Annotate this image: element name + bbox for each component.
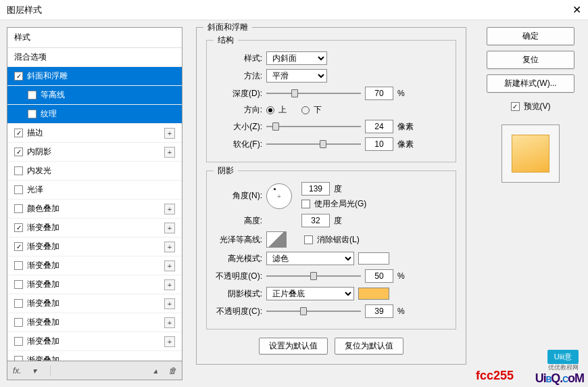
style-checkbox[interactable]: [14, 261, 23, 270]
uibq-watermark: UiBQ.CoM: [535, 371, 584, 386]
style-item-label: 内阴影: [27, 146, 51, 158]
style-checkbox[interactable]: [14, 185, 23, 194]
global-light-checkbox[interactable]: [301, 200, 310, 208]
right-column: 确定 复位 新建样式(W)... 预览(V): [480, 27, 581, 380]
shadow-opacity-slider[interactable]: [266, 305, 361, 317]
highlight-color-swatch[interactable]: [358, 252, 389, 265]
altitude-input[interactable]: [301, 214, 330, 227]
plus-icon[interactable]: +: [164, 147, 175, 158]
size-slider[interactable]: [266, 120, 361, 133]
up-label: 上: [278, 104, 287, 116]
style-item-inner-glow[interactable]: 内发光: [7, 162, 182, 181]
style-select[interactable]: 内斜面: [266, 51, 327, 65]
style-item-texture[interactable]: 纹理: [7, 105, 182, 124]
style-checkbox[interactable]: [14, 356, 23, 361]
px-label: 像素: [397, 121, 414, 133]
size-input[interactable]: [365, 120, 393, 133]
shadow-opacity-input[interactable]: [365, 304, 393, 318]
style-checkbox[interactable]: [28, 110, 36, 118]
soften-input[interactable]: [365, 137, 393, 151]
style-item-grad-overlay-8[interactable]: 渐变叠加: [7, 351, 182, 361]
soften-label: 软化(F):: [214, 139, 262, 150]
style-item-grad-overlay-6[interactable]: 渐变叠加+: [7, 313, 182, 332]
plus-icon[interactable]: +: [164, 204, 175, 214]
style-item-grad-overlay-5[interactable]: 渐变叠加+: [7, 294, 182, 313]
down-arrow-icon[interactable]: ▾: [32, 366, 36, 375]
plus-icon[interactable]: +: [164, 279, 175, 290]
cancel-button[interactable]: 复位: [487, 51, 574, 69]
plus-icon[interactable]: +: [164, 317, 175, 328]
style-item-label: 描边: [27, 127, 43, 139]
new-style-button[interactable]: 新建样式(W)...: [487, 74, 574, 93]
pct-label-3: %: [397, 306, 405, 316]
plus-icon[interactable]: +: [164, 242, 175, 252]
style-checkbox[interactable]: [14, 223, 23, 232]
technique-select[interactable]: 平滑: [266, 69, 327, 83]
style-item-label: 渐变叠加: [27, 355, 59, 361]
styles-header: 样式: [7, 28, 182, 48]
window-title: 图层样式: [7, 4, 42, 16]
style-item-grad-overlay-1[interactable]: 渐变叠加+: [7, 219, 182, 237]
blend-options[interactable]: 混合选项: [7, 48, 182, 67]
highlight-opacity-input[interactable]: [365, 269, 393, 283]
depth-input[interactable]: [365, 87, 393, 100]
shadow-color-swatch[interactable]: [358, 288, 389, 300]
style-checkbox[interactable]: [28, 91, 36, 99]
style-item-inner-shadow[interactable]: 内阴影+: [7, 143, 182, 162]
soften-slider[interactable]: [266, 138, 361, 150]
gloss-contour-picker[interactable]: [266, 231, 287, 248]
up-arrow-icon[interactable]: ▴: [153, 366, 157, 375]
pct-label: %: [397, 89, 405, 98]
preview-checkbox[interactable]: [511, 102, 520, 111]
style-item-color-overlay[interactable]: 颜色叠加+: [7, 200, 182, 219]
shadow-mode-select[interactable]: 正片叠底: [266, 287, 354, 300]
style-item-label: 渐变叠加: [27, 336, 59, 347]
highlight-mode-label: 高光模式:: [214, 253, 262, 265]
style-checkbox[interactable]: [14, 318, 23, 327]
antialias-checkbox[interactable]: [304, 235, 313, 244]
style-checkbox[interactable]: [14, 204, 23, 213]
preview-swatch: [512, 135, 549, 173]
style-item-label: 渐变叠加: [27, 279, 59, 290]
style-checkbox[interactable]: [14, 299, 23, 308]
depth-slider[interactable]: [266, 87, 361, 99]
style-item-grad-overlay-7[interactable]: 渐变叠加+: [7, 332, 182, 351]
style-checkbox[interactable]: [14, 337, 23, 346]
style-item-grad-overlay-3[interactable]: 渐变叠加+: [7, 256, 182, 275]
style-checkbox[interactable]: [14, 129, 23, 137]
altitude-label: 高度:: [214, 215, 262, 227]
plus-icon[interactable]: +: [164, 260, 175, 271]
style-item-satin[interactable]: 光泽: [7, 181, 182, 200]
plus-icon[interactable]: +: [164, 128, 175, 139]
style-item-grad-overlay-2[interactable]: 渐变叠加+: [7, 237, 182, 256]
direction-up-radio[interactable]: [266, 106, 274, 114]
highlight-opacity-slider[interactable]: [266, 270, 361, 282]
style-checkbox[interactable]: [14, 242, 23, 251]
direction-down-radio[interactable]: [301, 106, 310, 114]
close-icon[interactable]: ✕: [572, 3, 581, 16]
highlight-opacity-label: 不透明度(O):: [214, 271, 262, 282]
style-item-bevel[interactable]: 斜面和浮雕: [7, 67, 182, 86]
structure-group: 结构 样式: 内斜面 方法: 平滑 深度(D): % 方向:: [206, 40, 456, 162]
angle-input[interactable]: [301, 182, 330, 196]
style-checkbox[interactable]: [14, 72, 23, 81]
reset-default-button[interactable]: 复位为默认值: [335, 338, 403, 355]
style-item-contour[interactable]: 等高线: [7, 86, 182, 105]
plus-icon[interactable]: +: [164, 298, 175, 309]
bevel-fieldset: 斜面和浮雕 结构 样式: 内斜面 方法: 平滑 深度(D): %: [196, 27, 466, 365]
make-default-button[interactable]: 设置为默认值: [259, 338, 328, 355]
style-checkbox[interactable]: [14, 280, 23, 289]
technique-label: 方法:: [214, 70, 262, 82]
style-checkbox[interactable]: [14, 166, 23, 175]
fx-icon[interactable]: fx.: [13, 366, 22, 375]
preview-box: [501, 124, 560, 183]
plus-icon[interactable]: +: [164, 336, 175, 347]
style-checkbox[interactable]: [14, 147, 23, 156]
style-item-grad-overlay-4[interactable]: 渐变叠加+: [7, 275, 182, 294]
angle-wheel[interactable]: [266, 183, 292, 209]
plus-icon[interactable]: +: [164, 223, 175, 233]
ok-button[interactable]: 确定: [487, 27, 574, 45]
trash-icon[interactable]: 🗑: [168, 366, 176, 375]
style-item-stroke[interactable]: 描边+: [7, 124, 182, 143]
highlight-mode-select[interactable]: 滤色: [266, 252, 354, 265]
